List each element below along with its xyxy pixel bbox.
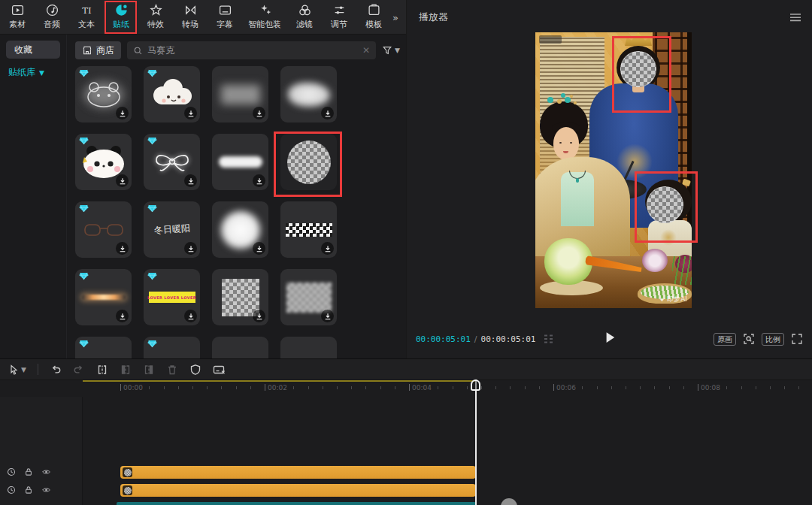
eye-icon[interactable] — [41, 467, 51, 476]
search-input[interactable] — [147, 45, 358, 56]
download-icon[interactable] — [116, 310, 129, 322]
sticker-tile-mosaic-strip[interactable] — [280, 201, 337, 258]
select-tool-button[interactable]: ▼ — [8, 364, 26, 376]
clock-icon[interactable] — [7, 485, 16, 494]
split-keep-left-button[interactable] — [120, 364, 132, 376]
download-icon[interactable] — [253, 174, 265, 187]
eye-icon[interactable] — [41, 485, 51, 494]
nav-tab-smart-pack[interactable]: 智能包装 — [242, 0, 287, 34]
download-icon[interactable] — [116, 242, 129, 255]
sidebar-item-sticker-library[interactable]: 贴纸库 ▼ — [8, 65, 44, 79]
sticker-track-clip-2[interactable] — [120, 484, 476, 497]
nav-tab-effects[interactable]: 特效 — [138, 0, 173, 34]
sticker-tile-mosaic-blur[interactable] — [280, 269, 337, 325]
delete-button[interactable] — [166, 364, 178, 376]
captions-icon — [219, 4, 232, 17]
nav-tab-media[interactable]: 素材 — [0, 0, 35, 34]
nav-tab-captions[interactable]: 字幕 — [208, 0, 242, 34]
sticker-tile-stripe[interactable] — [212, 134, 268, 190]
time-separator: / — [474, 334, 477, 344]
adjust-icon — [333, 4, 346, 17]
nav-tab-text[interactable]: TI文本 — [69, 0, 104, 34]
playhead-handle[interactable] — [471, 380, 480, 391]
undo-button[interactable] — [50, 364, 62, 376]
nav-tab-adjust[interactable]: 调节 — [322, 0, 356, 34]
video-preview[interactable]: ✦ 即梦AI — [535, 32, 692, 308]
download-icon[interactable] — [321, 107, 334, 119]
sticker-tile-calligraphy[interactable]: 冬日暖阳 — [144, 201, 200, 258]
download-icon[interactable] — [253, 242, 265, 255]
nav-more-button[interactable]: » — [389, 0, 402, 35]
fullscreen-icon[interactable] — [791, 333, 803, 345]
playhead-line[interactable] — [475, 380, 477, 505]
timeline-ruler[interactable]: 00:0000:0200:0400:0600:08 — [0, 380, 812, 397]
original-quality-button[interactable]: 原画 — [714, 333, 736, 346]
clear-search-icon[interactable]: ✕ — [362, 46, 370, 55]
download-icon[interactable] — [184, 242, 197, 255]
sticker-tile-partial[interactable] — [212, 337, 268, 358]
sticker-tile-fluff[interactable] — [212, 201, 268, 258]
ratio-button[interactable]: 比例 — [762, 333, 784, 346]
sticker-tile-partial[interactable] — [280, 337, 337, 358]
lock-icon[interactable] — [24, 485, 33, 494]
download-icon[interactable] — [116, 174, 129, 187]
sticker-tile-partial[interactable] — [144, 337, 200, 358]
video-track-strip[interactable] — [117, 502, 476, 505]
download-icon[interactable] — [116, 107, 129, 119]
search-box[interactable]: ✕ — [127, 41, 376, 59]
nav-tab-label: 贴纸 — [113, 19, 129, 30]
nav-tab-transition[interactable]: 转场 — [173, 0, 208, 34]
download-icon[interactable] — [184, 310, 197, 322]
smart-pack-icon — [259, 4, 271, 17]
sticker-tile-blur-rect[interactable] — [212, 66, 268, 122]
vip-diamond-icon — [79, 272, 89, 280]
sticker-tile-glasses[interactable] — [75, 201, 132, 258]
lock-icon[interactable] — [24, 467, 33, 476]
nav-tab-sticker[interactable]: 贴纸 — [104, 0, 138, 34]
sticker-track-clip-1[interactable] — [120, 466, 476, 479]
ruler-minor-tick — [770, 386, 771, 389]
download-icon[interactable] — [321, 242, 334, 255]
text-icon: TI — [80, 4, 93, 17]
play-button[interactable] — [602, 330, 617, 345]
sticker-tile-blur-cloud[interactable] — [280, 66, 337, 122]
zoom-fit-icon[interactable] — [743, 333, 755, 345]
queue-icon[interactable] — [543, 334, 555, 344]
sticker-tile-glitter[interactable] — [75, 269, 132, 325]
sticker-tile-partial[interactable] — [75, 337, 132, 358]
sticker-tile-bear-sketch[interactable] — [75, 66, 132, 122]
nav-tab-audio[interactable]: 音频 — [35, 0, 69, 34]
sticker-tile-cloud-face[interactable] — [144, 66, 200, 122]
sticker-tile-bow[interactable] — [144, 134, 200, 190]
calligraphy-text: 冬日暖阳 — [153, 222, 190, 237]
download-icon[interactable] — [184, 107, 197, 119]
remove-captions-button[interactable] — [213, 364, 226, 376]
download-icon[interactable] — [253, 107, 265, 119]
sticker-tile-lover-banner[interactable]: LOVER LOVER LOVER — [144, 269, 200, 325]
sidebar-item-favorites[interactable]: 收藏 — [6, 41, 60, 59]
split-keep-right-button[interactable] — [143, 364, 155, 376]
vip-diamond-icon — [147, 340, 157, 348]
sticker-tile-mosaic-circle-selected[interactable] — [280, 134, 337, 190]
nav-tab-template[interactable]: 模板 — [356, 0, 391, 34]
vip-diamond-icon — [147, 137, 157, 145]
filter-funnel-icon — [382, 45, 392, 56]
clock-icon[interactable] — [7, 467, 16, 476]
mask-shield-button[interactable] — [189, 364, 201, 376]
split-button[interactable] — [96, 364, 108, 376]
redo-button[interactable] — [73, 364, 85, 376]
ruler-minor-tick — [423, 386, 424, 389]
category-sidebar: 收藏 贴纸库 ▼ — [0, 35, 66, 358]
download-icon[interactable] — [184, 174, 197, 187]
store-tab[interactable]: 商店 — [75, 41, 121, 59]
player-menu-icon[interactable] — [789, 12, 801, 23]
ruler-minor-tick — [279, 386, 280, 389]
capcut-window: 素材音频TI文本贴纸特效转场字幕智能包装滤镜调节模板 » 收藏 贴纸库 ▼ 商店 — [0, 0, 812, 505]
ruler-minor-tick — [669, 386, 670, 389]
filter-button[interactable]: ▼ — [382, 45, 400, 56]
download-icon[interactable] — [321, 310, 334, 322]
download-icon[interactable] — [253, 310, 265, 322]
sticker-tile-mosaic-square[interactable] — [212, 269, 268, 325]
nav-tab-filters[interactable]: 滤镜 — [287, 0, 322, 34]
sticker-tile-panda[interactable] — [75, 134, 132, 190]
